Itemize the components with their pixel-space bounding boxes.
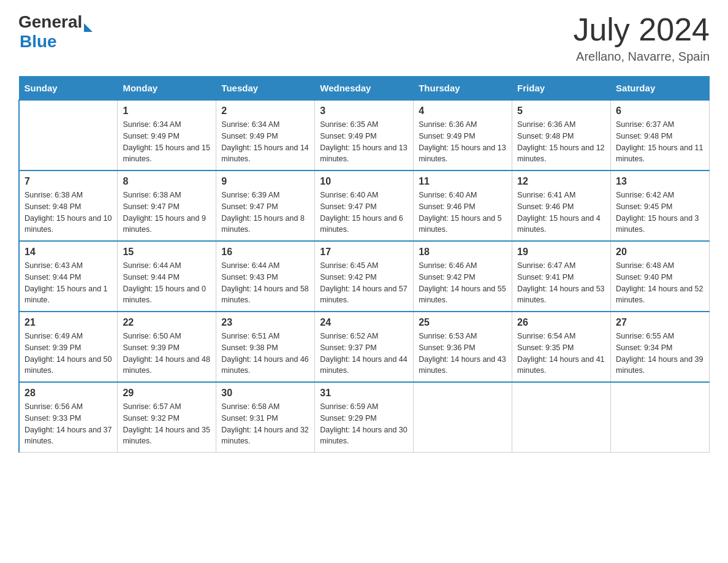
day-number: 6 bbox=[616, 105, 704, 117]
day-info: Sunrise: 6:38 AMSunset: 9:47 PMDaylight:… bbox=[123, 190, 211, 236]
day-info: Sunrise: 6:56 AMSunset: 9:33 PMDaylight:… bbox=[25, 401, 112, 447]
calendar-table: SundayMondayTuesdayWednesdayThursdayFrid… bbox=[18, 76, 710, 453]
day-number: 26 bbox=[517, 317, 605, 328]
day-number: 1 bbox=[123, 105, 211, 117]
month-year-title: July 2024 bbox=[573, 12, 710, 47]
day-info: Sunrise: 6:44 AMSunset: 9:43 PMDaylight:… bbox=[221, 260, 309, 306]
calendar-cell: 26 Sunrise: 6:54 AMSunset: 9:35 PMDaylig… bbox=[512, 312, 611, 382]
calendar-cell: 3 Sunrise: 6:35 AMSunset: 9:49 PMDayligh… bbox=[315, 100, 414, 170]
calendar-cell: 1 Sunrise: 6:34 AMSunset: 9:49 PMDayligh… bbox=[118, 100, 216, 170]
calendar-cell: 2 Sunrise: 6:34 AMSunset: 9:49 PMDayligh… bbox=[216, 100, 315, 170]
day-number: 9 bbox=[221, 176, 309, 187]
calendar-cell: 28 Sunrise: 6:56 AMSunset: 9:33 PMDaylig… bbox=[19, 382, 118, 453]
day-number: 18 bbox=[419, 247, 507, 258]
day-number: 11 bbox=[419, 176, 507, 187]
day-info: Sunrise: 6:37 AMSunset: 9:48 PMDaylight:… bbox=[616, 119, 704, 165]
day-info: Sunrise: 6:49 AMSunset: 9:39 PMDaylight:… bbox=[25, 331, 112, 377]
calendar-week-row: 21 Sunrise: 6:49 AMSunset: 9:39 PMDaylig… bbox=[19, 312, 710, 382]
day-number: 24 bbox=[320, 317, 408, 328]
day-number: 12 bbox=[517, 176, 605, 187]
calendar-cell: 5 Sunrise: 6:36 AMSunset: 9:48 PMDayligh… bbox=[512, 100, 611, 170]
calendar-cell: 31 Sunrise: 6:59 AMSunset: 9:29 PMDaylig… bbox=[315, 382, 414, 453]
day-info: Sunrise: 6:42 AMSunset: 9:45 PMDaylight:… bbox=[616, 190, 704, 236]
calendar-cell: 11 Sunrise: 6:40 AMSunset: 9:46 PMDaylig… bbox=[414, 170, 512, 241]
day-number: 20 bbox=[616, 247, 704, 258]
calendar-week-row: 14 Sunrise: 6:43 AMSunset: 9:44 PMDaylig… bbox=[19, 241, 710, 312]
calendar-cell: 10 Sunrise: 6:40 AMSunset: 9:47 PMDaylig… bbox=[315, 170, 414, 241]
day-number: 16 bbox=[221, 247, 309, 258]
day-info: Sunrise: 6:53 AMSunset: 9:36 PMDaylight:… bbox=[419, 331, 507, 377]
day-info: Sunrise: 6:48 AMSunset: 9:40 PMDaylight:… bbox=[616, 260, 704, 306]
day-info: Sunrise: 6:52 AMSunset: 9:37 PMDaylight:… bbox=[320, 331, 408, 377]
day-info: Sunrise: 6:55 AMSunset: 9:34 PMDaylight:… bbox=[616, 331, 704, 377]
column-header-tuesday: Tuesday bbox=[216, 77, 315, 101]
column-header-wednesday: Wednesday bbox=[315, 77, 414, 101]
day-info: Sunrise: 6:51 AMSunset: 9:38 PMDaylight:… bbox=[221, 331, 309, 377]
day-number: 8 bbox=[123, 176, 211, 187]
calendar-cell: 23 Sunrise: 6:51 AMSunset: 9:38 PMDaylig… bbox=[216, 312, 315, 382]
calendar-cell: 21 Sunrise: 6:49 AMSunset: 9:39 PMDaylig… bbox=[19, 312, 118, 382]
calendar-cell: 19 Sunrise: 6:47 AMSunset: 9:41 PMDaylig… bbox=[512, 241, 611, 312]
calendar-cell: 25 Sunrise: 6:53 AMSunset: 9:36 PMDaylig… bbox=[414, 312, 512, 382]
day-number: 13 bbox=[616, 176, 704, 187]
day-info: Sunrise: 6:59 AMSunset: 9:29 PMDaylight:… bbox=[320, 401, 408, 447]
day-number: 15 bbox=[123, 247, 211, 258]
calendar-cell: 14 Sunrise: 6:43 AMSunset: 9:44 PMDaylig… bbox=[19, 241, 118, 312]
day-info: Sunrise: 6:36 AMSunset: 9:48 PMDaylight:… bbox=[517, 119, 605, 165]
calendar-body: 1 Sunrise: 6:34 AMSunset: 9:49 PMDayligh… bbox=[19, 100, 710, 453]
day-info: Sunrise: 6:38 AMSunset: 9:48 PMDaylight:… bbox=[25, 190, 112, 236]
day-number: 27 bbox=[616, 317, 704, 328]
day-info: Sunrise: 6:40 AMSunset: 9:46 PMDaylight:… bbox=[419, 190, 507, 236]
calendar-cell bbox=[414, 382, 512, 453]
calendar-cell: 20 Sunrise: 6:48 AMSunset: 9:40 PMDaylig… bbox=[611, 241, 710, 312]
calendar-week-row: 1 Sunrise: 6:34 AMSunset: 9:49 PMDayligh… bbox=[19, 100, 710, 170]
day-info: Sunrise: 6:36 AMSunset: 9:49 PMDaylight:… bbox=[419, 119, 507, 165]
title-section: July 2024 Arellano, Navarre, Spain bbox=[573, 12, 710, 64]
day-number: 22 bbox=[123, 317, 211, 328]
calendar-cell: 24 Sunrise: 6:52 AMSunset: 9:37 PMDaylig… bbox=[315, 312, 414, 382]
day-number: 3 bbox=[320, 105, 408, 117]
column-header-thursday: Thursday bbox=[414, 77, 512, 101]
calendar-cell bbox=[19, 100, 118, 170]
column-header-monday: Monday bbox=[118, 77, 216, 101]
calendar-cell: 17 Sunrise: 6:45 AMSunset: 9:42 PMDaylig… bbox=[315, 241, 414, 312]
calendar-cell: 22 Sunrise: 6:50 AMSunset: 9:39 PMDaylig… bbox=[118, 312, 216, 382]
calendar-cell: 18 Sunrise: 6:46 AMSunset: 9:42 PMDaylig… bbox=[414, 241, 512, 312]
day-info: Sunrise: 6:46 AMSunset: 9:42 PMDaylight:… bbox=[419, 260, 507, 306]
day-info: Sunrise: 6:57 AMSunset: 9:32 PMDaylight:… bbox=[123, 401, 211, 447]
day-number: 28 bbox=[25, 388, 112, 399]
day-info: Sunrise: 6:47 AMSunset: 9:41 PMDaylight:… bbox=[517, 260, 605, 306]
calendar-cell: 6 Sunrise: 6:37 AMSunset: 9:48 PMDayligh… bbox=[611, 100, 710, 170]
calendar-cell: 13 Sunrise: 6:42 AMSunset: 9:45 PMDaylig… bbox=[611, 170, 710, 241]
day-info: Sunrise: 6:50 AMSunset: 9:39 PMDaylight:… bbox=[123, 331, 211, 377]
day-number: 19 bbox=[517, 247, 605, 258]
calendar-cell: 29 Sunrise: 6:57 AMSunset: 9:32 PMDaylig… bbox=[118, 382, 216, 453]
day-number: 2 bbox=[221, 105, 309, 117]
day-number: 31 bbox=[320, 388, 408, 399]
location-label: Arellano, Navarre, Spain bbox=[573, 50, 710, 64]
calendar-cell: 12 Sunrise: 6:41 AMSunset: 9:46 PMDaylig… bbox=[512, 170, 611, 241]
day-info: Sunrise: 6:41 AMSunset: 9:46 PMDaylight:… bbox=[517, 190, 605, 236]
day-number: 4 bbox=[419, 105, 507, 117]
calendar-cell bbox=[512, 382, 611, 453]
calendar-cell: 15 Sunrise: 6:44 AMSunset: 9:44 PMDaylig… bbox=[118, 241, 216, 312]
day-number: 17 bbox=[320, 247, 408, 258]
day-info: Sunrise: 6:34 AMSunset: 9:49 PMDaylight:… bbox=[221, 119, 309, 165]
calendar-week-row: 7 Sunrise: 6:38 AMSunset: 9:48 PMDayligh… bbox=[19, 170, 710, 241]
calendar-cell: 30 Sunrise: 6:58 AMSunset: 9:31 PMDaylig… bbox=[216, 382, 315, 453]
day-number: 5 bbox=[517, 105, 605, 117]
page-header: General Blue July 2024 Arellano, Navarre… bbox=[18, 12, 710, 64]
calendar-cell: 8 Sunrise: 6:38 AMSunset: 9:47 PMDayligh… bbox=[118, 170, 216, 241]
calendar-cell: 7 Sunrise: 6:38 AMSunset: 9:48 PMDayligh… bbox=[19, 170, 118, 241]
calendar-cell: 9 Sunrise: 6:39 AMSunset: 9:47 PMDayligh… bbox=[216, 170, 315, 241]
logo-general-text: General bbox=[18, 12, 82, 32]
day-info: Sunrise: 6:44 AMSunset: 9:44 PMDaylight:… bbox=[123, 260, 211, 306]
day-number: 10 bbox=[320, 176, 408, 187]
logo-blue-text: Blue bbox=[20, 32, 57, 51]
calendar-cell: 4 Sunrise: 6:36 AMSunset: 9:49 PMDayligh… bbox=[414, 100, 512, 170]
day-info: Sunrise: 6:35 AMSunset: 9:49 PMDaylight:… bbox=[320, 119, 408, 165]
day-number: 21 bbox=[25, 317, 112, 328]
column-header-sunday: Sunday bbox=[19, 77, 118, 101]
day-number: 29 bbox=[123, 388, 211, 399]
day-number: 14 bbox=[25, 247, 112, 258]
